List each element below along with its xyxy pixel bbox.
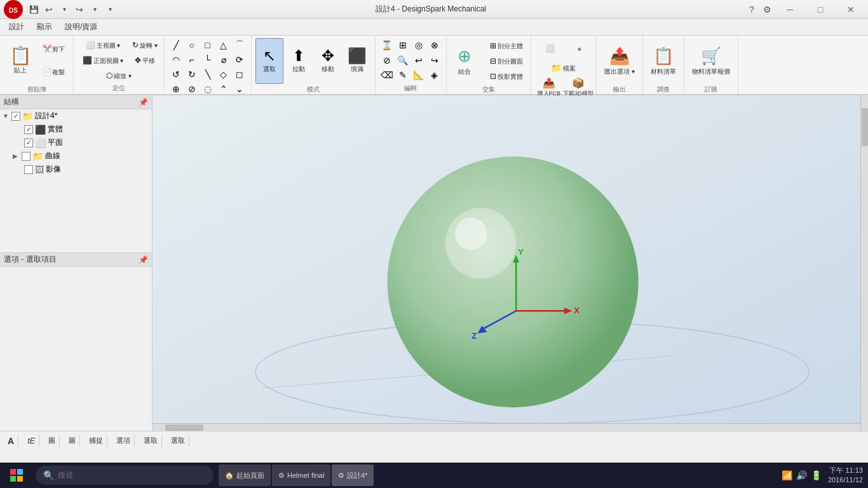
tree-image[interactable]: 🖼 影像 — [0, 163, 152, 176]
options-pin-icon[interactable]: 📌 — [139, 255, 148, 264]
taskbar-search-box[interactable]: 🔍 — [36, 466, 214, 485]
status-options[interactable]: 選項 — [112, 435, 135, 447]
viewport[interactable]: 按一下物件。按兩下以選取邊緣迴圈。按三下以選取實體。 — [153, 95, 868, 431]
edit12[interactable]: ◈ — [427, 68, 442, 82]
edit10[interactable]: ✎ — [395, 68, 410, 82]
tree-checkbox-curve[interactable] — [22, 152, 31, 161]
status-select1[interactable]: 選取 — [140, 435, 162, 447]
arc2-tool[interactable]: ◠ — [168, 53, 184, 67]
save-button[interactable]: 💾 — [27, 3, 41, 17]
diag-tool[interactable]: ╲ — [200, 67, 215, 81]
settings-icon[interactable]: ⚙ — [760, 3, 774, 17]
path-tool[interactable]: └ — [200, 53, 215, 67]
triangle-tool[interactable]: △ — [216, 38, 231, 52]
ellipse-tool[interactable]: ⌀ — [216, 53, 231, 67]
edit2[interactable]: ⊞ — [395, 38, 410, 52]
line-tool[interactable]: ╱ — [168, 38, 184, 52]
menu-display[interactable]: 顯示 — [31, 20, 58, 34]
edit3[interactable]: ◎ — [411, 38, 426, 52]
copy-button[interactable]: 📄 複製 — [37, 61, 69, 83]
menu-help[interactable]: 說明/資源 — [58, 20, 104, 34]
project-solid-button[interactable]: ⊡ 投影實體 — [481, 69, 532, 83]
tree-checkbox-solid[interactable] — [24, 125, 33, 134]
edit9[interactable]: ⌫ — [379, 68, 395, 82]
edit11[interactable]: 📐 — [411, 68, 426, 82]
insert1-button[interactable]: ⬜ — [535, 38, 566, 60]
minimize-button[interactable]: ─ — [775, 0, 804, 19]
sketch-mode-button[interactable]: ⬡ 縮放 ▾ — [78, 69, 160, 83]
cut-button[interactable]: ✂️ 剪下 — [37, 38, 69, 60]
tree-root[interactable]: ▼ 📁 設計4* — [0, 109, 152, 123]
home-view-button[interactable]: ⬜ 主視圖 ▾ — [78, 38, 128, 52]
slash-tool[interactable]: ⊘ — [184, 82, 200, 96]
square-tool[interactable]: ◻ — [232, 67, 247, 81]
close-button[interactable]: ✕ — [836, 0, 865, 19]
pan-button[interactable]: ✥ 平移 — [130, 53, 160, 67]
window-btn-design4[interactable]: ⚙ 設計4* — [332, 464, 374, 486]
tree-checkbox-root[interactable] — [11, 112, 20, 121]
bom-button[interactable]: 📋 材料清單 — [647, 38, 680, 84]
cross-tool[interactable]: ⊕ — [168, 82, 184, 96]
edit6[interactable]: 🔍 — [395, 53, 410, 67]
corner-tool[interactable]: ⌐ — [184, 53, 200, 67]
search-input[interactable] — [58, 471, 185, 480]
rect-tool[interactable]: □ — [200, 38, 215, 52]
status-snap[interactable]: 捕捉 — [85, 435, 107, 447]
file-button[interactable]: 📁 檔案 — [535, 61, 592, 75]
edit8[interactable]: ↪ — [427, 53, 442, 67]
edit7[interactable]: ↩ — [411, 53, 426, 67]
front-view-button[interactable]: ⬛ 正面視圖 ▾ — [78, 53, 128, 67]
structure-pin-icon[interactable]: 📌 — [139, 98, 148, 107]
split-surface-button[interactable]: ⊟ 剖分圖面 — [481, 54, 532, 68]
tree-plane[interactable]: ⬜ 平面 — [0, 136, 152, 149]
tree-expand-root[interactable]: ▼ — [3, 112, 11, 119]
scrollbar-vertical[interactable] — [860, 95, 868, 431]
battery-icon[interactable]: 🔋 — [811, 470, 822, 480]
rotate-button[interactable]: ↻ 旋轉 ▾ — [130, 38, 160, 52]
move-button[interactable]: ✥ 移動 — [314, 38, 342, 84]
wave-tool[interactable]: ⌃ — [216, 82, 231, 96]
tree-solid[interactable]: ⬛ 實體 — [0, 123, 152, 136]
edit1[interactable]: ⌛ — [379, 38, 395, 52]
split-solid-button[interactable]: ⊞ 剖分主體 — [481, 39, 532, 53]
status-select2[interactable]: 選取 — [167, 435, 189, 447]
tree-checkbox-plane[interactable] — [24, 139, 33, 147]
redo-dropdown[interactable]: ▾ — [88, 3, 102, 17]
paste-button[interactable]: 📋 貼上 — [4, 38, 37, 84]
start-button[interactable] — [0, 463, 33, 488]
status-grid[interactable]: 圖 — [65, 435, 80, 447]
volume-icon[interactable]: 🔊 — [796, 470, 807, 480]
quote-button[interactable]: 🛒 物料清單報價 — [688, 38, 734, 84]
tree-checkbox-image[interactable] — [24, 165, 33, 174]
help-icon[interactable]: ? — [745, 3, 759, 17]
network-icon[interactable]: 📶 — [782, 470, 792, 480]
more-dropdown[interactable]: ▾ — [103, 3, 117, 17]
status-map[interactable]: 圖 — [44, 435, 60, 447]
arc-tool[interactable]: ⌒ — [232, 38, 247, 52]
import-pcb-button[interactable]: 📤 匯入PCB — [535, 76, 563, 98]
insert2-button[interactable]: ● — [564, 38, 595, 60]
tree-expand-curve[interactable]: ▶ — [13, 152, 22, 159]
clock[interactable]: 下午 11:13 2016/11/12 — [828, 466, 863, 485]
undo-dropdown[interactable]: ▾ — [57, 3, 71, 17]
dotcircle-tool[interactable]: ◌ — [200, 82, 215, 96]
window-btn-homepage[interactable]: 🏠 起始頁面 — [219, 464, 271, 486]
download-3d-button[interactable]: 📦 下載3D模型 — [564, 76, 592, 98]
redo-button[interactable]: ↪ — [72, 3, 86, 17]
pull-button[interactable]: ⬆ 拉動 — [285, 38, 313, 84]
circle-tool[interactable]: ○ — [184, 38, 200, 52]
undo2-tool[interactable]: ↺ — [168, 67, 184, 81]
fill-button[interactable]: ⬛ 填滿 — [343, 38, 371, 84]
select-button[interactable]: ↖ 選取 — [255, 38, 283, 84]
edit4[interactable]: ⊗ — [427, 38, 442, 52]
edit5[interactable]: ⊘ — [379, 53, 395, 67]
scrollbar-horizontal[interactable] — [153, 423, 860, 431]
tree-curve[interactable]: ▶ 📁 曲線 — [0, 149, 152, 163]
export-button[interactable]: 📤 匯出選項 ▾ — [600, 38, 639, 84]
combine-button[interactable]: ⊕ 結合 — [451, 38, 478, 84]
redo2-tool[interactable]: ↻ — [184, 67, 200, 81]
maximize-button[interactable]: □ — [806, 0, 835, 19]
diamond-tool[interactable]: ◇ — [216, 67, 231, 81]
undo-button[interactable]: ↩ — [42, 3, 56, 17]
wave2-tool[interactable]: ⌄ — [232, 82, 247, 96]
